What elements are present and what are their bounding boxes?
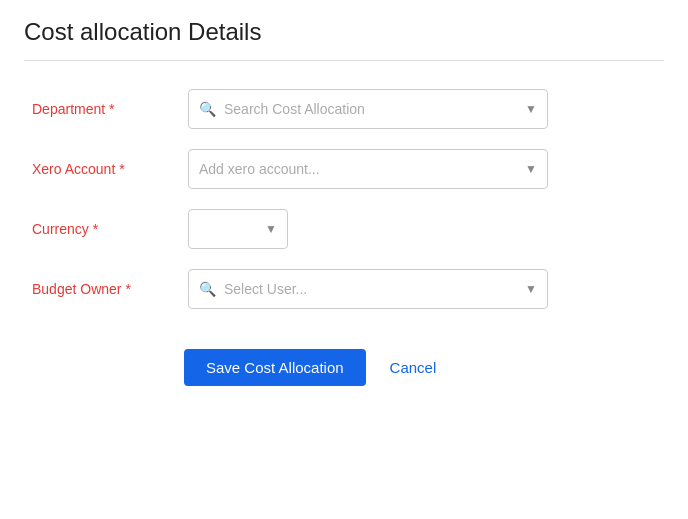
department-dropdown-left: 🔍 Search Cost Allocation: [199, 101, 525, 117]
department-label: Department *: [32, 101, 172, 117]
department-placeholder: Search Cost Allocation: [224, 101, 365, 117]
xero-account-placeholder: Add xero account...: [199, 161, 320, 177]
budget-owner-chevron-icon: ▼: [525, 282, 537, 296]
budget-owner-placeholder: Select User...: [224, 281, 307, 297]
button-row: Save Cost Allocation Cancel: [24, 349, 664, 386]
department-search-icon: 🔍: [199, 101, 216, 117]
save-button[interactable]: Save Cost Allocation: [184, 349, 366, 386]
currency-chevron-icon: ▼: [265, 222, 277, 236]
budget-owner-dropdown-inner: 🔍 Select User... ▼: [199, 281, 537, 297]
xero-account-control: Add xero account... ▼: [188, 149, 548, 189]
divider: [24, 60, 664, 61]
currency-label: Currency *: [32, 221, 172, 237]
page-container: Cost allocation Details Department * 🔍 S…: [0, 0, 688, 519]
budget-owner-dropdown-left: 🔍 Select User...: [199, 281, 525, 297]
department-dropdown-inner: 🔍 Search Cost Allocation ▼: [199, 101, 537, 117]
xero-account-dropdown-left: Add xero account...: [199, 161, 525, 177]
currency-control: ▼: [188, 209, 548, 249]
page-title: Cost allocation Details: [24, 18, 664, 46]
currency-dropdown[interactable]: ▼: [188, 209, 288, 249]
department-chevron-icon: ▼: [525, 102, 537, 116]
xero-account-row: Xero Account * Add xero account... ▼: [32, 149, 664, 189]
budget-owner-control: 🔍 Select User... ▼: [188, 269, 548, 309]
cancel-button[interactable]: Cancel: [386, 349, 441, 386]
budget-owner-row: Budget Owner * 🔍 Select User... ▼: [32, 269, 664, 309]
form-section: Department * 🔍 Search Cost Allocation ▼ …: [24, 89, 664, 309]
xero-account-dropdown[interactable]: Add xero account... ▼: [188, 149, 548, 189]
xero-account-label: Xero Account *: [32, 161, 172, 177]
currency-row: Currency * ▼: [32, 209, 664, 249]
budget-owner-search-icon: 🔍: [199, 281, 216, 297]
xero-account-dropdown-inner: Add xero account... ▼: [199, 161, 537, 177]
department-dropdown[interactable]: 🔍 Search Cost Allocation ▼: [188, 89, 548, 129]
budget-owner-label: Budget Owner *: [32, 281, 172, 297]
budget-owner-dropdown[interactable]: 🔍 Select User... ▼: [188, 269, 548, 309]
department-row: Department * 🔍 Search Cost Allocation ▼: [32, 89, 664, 129]
xero-account-chevron-icon: ▼: [525, 162, 537, 176]
department-control: 🔍 Search Cost Allocation ▼: [188, 89, 548, 129]
